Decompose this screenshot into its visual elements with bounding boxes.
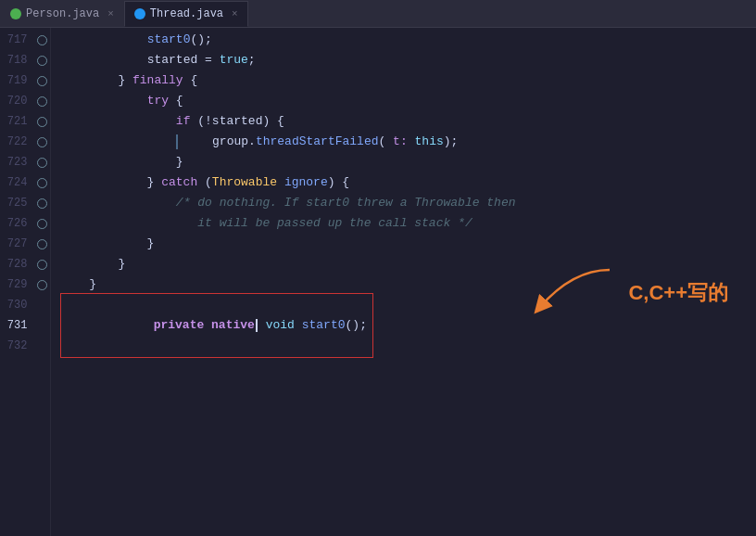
line-number-720: 720 (0, 95, 34, 108)
line-number-732: 732 (0, 339, 34, 352)
breakpoint-circle-724 (37, 178, 47, 188)
line-number-723: 723 (0, 156, 34, 169)
breakpoint-circle-718 (37, 56, 47, 66)
gutter-row-717: 717 (0, 30, 50, 50)
gutter-row-728: 728 (0, 254, 50, 274)
line-number-731: 731 (0, 319, 34, 332)
line-number-728: 728 (0, 258, 34, 271)
gutter-row-724: 724 (0, 172, 50, 193)
line-number-729: 729 (0, 278, 34, 291)
line-number-719: 719 (0, 74, 34, 87)
gutter-row-718: 718 (0, 50, 50, 70)
code-line-731: private native void start0(); (60, 315, 756, 336)
breakpoint-722[interactable] (34, 137, 50, 147)
code-line-725: /* do nothing. If start0 threw a Throwab… (60, 193, 756, 213)
code-content[interactable]: start0(); started = true; } finally { tr… (51, 28, 756, 536)
gutter-row-727: 727 (0, 234, 50, 254)
breakpoint-726[interactable] (34, 219, 50, 229)
code-line-729: } (60, 274, 756, 295)
code-line-728: } (60, 254, 756, 274)
line-number-721: 721 (0, 115, 34, 128)
text-cursor (256, 319, 258, 332)
breakpoint-723[interactable] (34, 158, 50, 168)
gutter-row-729: 729 (0, 274, 50, 295)
breakpoint-720[interactable] (34, 96, 50, 107)
tab-person-close[interactable]: × (107, 8, 114, 19)
gutter-row-722: 722 (0, 132, 50, 152)
gutter-row-721: 721 (0, 111, 50, 132)
code-line-720: try { (60, 91, 756, 111)
line-number-718: 718 (0, 54, 34, 67)
breakpoint-725[interactable] (34, 198, 50, 209)
breakpoint-circle-717 (37, 35, 47, 45)
breakpoint-circle-729 (37, 280, 47, 290)
tab-thread-close[interactable]: × (232, 8, 238, 19)
tab-thread[interactable]: Thread.java × (124, 1, 248, 27)
person-file-icon (10, 8, 21, 19)
tab-thread-label: Thread.java (150, 7, 223, 20)
breakpoint-circle-723 (37, 158, 47, 168)
breakpoint-circle-725 (37, 198, 47, 209)
thread-file-icon (134, 8, 145, 19)
line-number-717: 717 (0, 33, 34, 46)
breakpoint-727[interactable] (34, 239, 50, 249)
code-line-727: } (60, 234, 756, 254)
breakpoint-729[interactable] (34, 280, 50, 290)
code-line-721: if (!started) { (60, 111, 756, 132)
line-number-730: 730 (0, 299, 34, 312)
line-number-726: 726 (0, 217, 34, 230)
indent-bar (176, 134, 178, 149)
gutter-row-730: 730 (0, 295, 50, 315)
breakpoint-circle-721 (37, 117, 47, 127)
breakpoint-circle-720 (37, 96, 47, 107)
gutter-row-725: 725 (0, 193, 50, 213)
breakpoint-719[interactable] (34, 76, 50, 86)
code-line-724: } catch (Throwable ignore) { (60, 172, 756, 193)
breakpoint-728[interactable] (34, 260, 50, 270)
gutter-row-719: 719 (0, 70, 50, 91)
breakpoint-717[interactable] (34, 35, 50, 45)
breakpoint-circle-726 (37, 219, 47, 229)
tab-person[interactable]: Person.java × (0, 1, 124, 27)
line-number-725: 725 (0, 197, 34, 210)
editor-area: 717 718 719 720 721 722 723 724 (0, 28, 756, 536)
gutter-row-731: 731 (0, 315, 50, 336)
line-number-727: 727 (0, 237, 34, 250)
code-line-717: start0(); (60, 30, 756, 50)
breakpoint-circle-728 (37, 260, 47, 270)
line-number-722: 722 (0, 135, 34, 148)
code-line-719: } finally { (60, 70, 756, 91)
breakpoint-724[interactable] (34, 178, 50, 188)
code-line-726: it will be passed up the call stack */ (60, 213, 756, 234)
gutter-row-723: 723 (0, 152, 50, 172)
breakpoint-circle-727 (37, 239, 47, 249)
gutter-row-720: 720 (0, 91, 50, 111)
breakpoint-circle-719 (37, 76, 47, 86)
breakpoint-718[interactable] (34, 56, 50, 66)
gutter-row-732: 732 (0, 336, 50, 356)
line-gutter: 717 718 719 720 721 722 723 724 (0, 28, 51, 536)
tab-bar: Person.java × Thread.java × (0, 0, 756, 28)
code-line-723: } (60, 152, 756, 172)
code-line-718: started = true; (60, 50, 756, 70)
tab-person-label: Person.java (26, 7, 99, 20)
breakpoint-721[interactable] (34, 117, 50, 127)
code-line-722: group.threadStartFailed( t: this); (60, 132, 756, 152)
highlighted-code-box: private native void start0(); (60, 293, 373, 358)
breakpoint-circle-722 (37, 137, 47, 147)
line-number-724: 724 (0, 176, 34, 189)
gutter-row-726: 726 (0, 213, 50, 234)
